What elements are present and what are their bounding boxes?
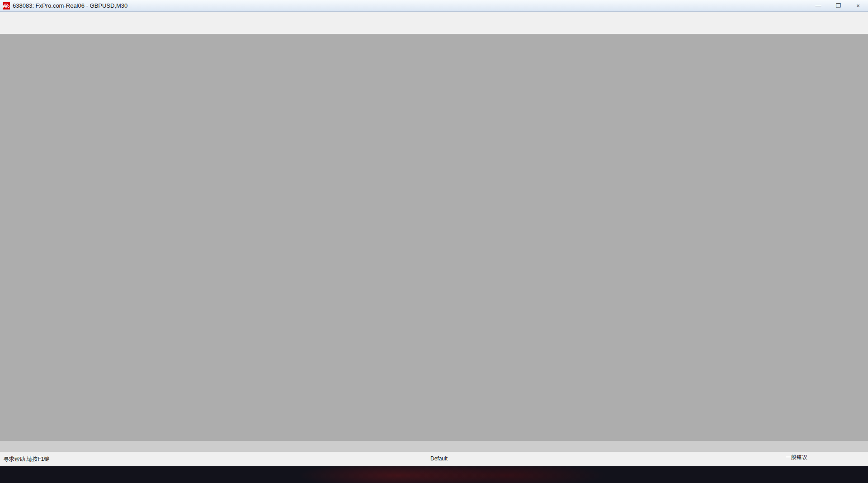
app-logo-icon: FXPRO — [3, 2, 10, 9]
menu-bar — [0, 12, 868, 21]
chart-tab-bar — [0, 440, 868, 452]
taskbar — [0, 466, 868, 483]
status-profile[interactable]: Default — [430, 455, 448, 462]
toolbar — [0, 21, 868, 34]
minimize-button[interactable]: — — [808, 0, 828, 11]
connection-status-text: 一般错误 — [786, 454, 807, 461]
status-bar: 寻求帮助,请按F1键 Default 一般错误 — [0, 452, 868, 466]
window-title: 638083: FxPro.com-Real06 - GBPUSD,M30 — [13, 2, 127, 9]
status-help-text: 寻求帮助,请按F1键 — [4, 455, 49, 463]
connection-status[interactable]: 一般错误 — [783, 454, 807, 461]
mdi-workspace — [0, 34, 868, 440]
maximize-button[interactable]: ❐ — [828, 0, 848, 11]
close-button[interactable]: × — [848, 0, 868, 11]
main-titlebar: FXPRO 638083: FxPro.com-Real06 - GBPUSD,… — [0, 0, 868, 12]
